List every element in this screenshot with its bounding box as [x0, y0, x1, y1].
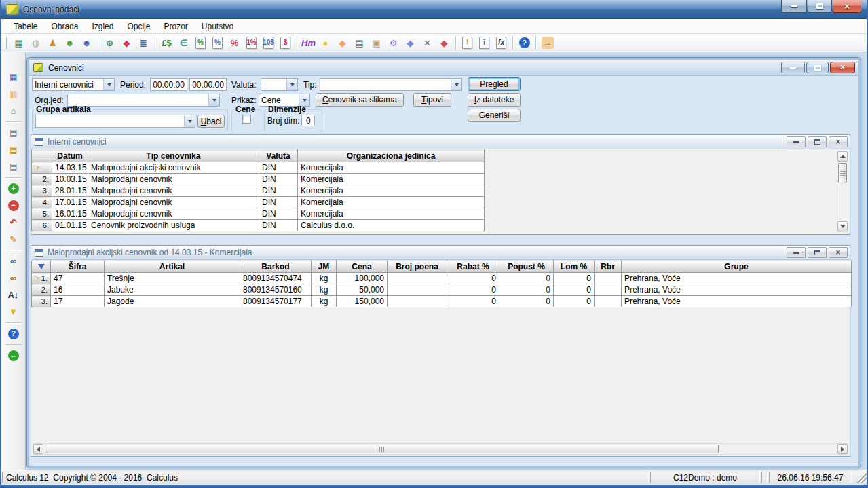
pregled-button[interactable]: Pregled	[468, 77, 521, 91]
edit-record-icon[interactable]: ✎	[5, 231, 22, 248]
scroll-right-button[interactable]	[837, 444, 848, 454]
help-icon[interactable]: ?	[516, 35, 533, 51]
cell[interactable]: 8009134570160	[240, 284, 312, 296]
cell[interactable]: Komercijala	[298, 197, 485, 208]
print-direct-icon[interactable]: ▤	[5, 141, 22, 158]
chevron-down-icon[interactable]	[451, 79, 461, 90]
help-icon[interactable]: ?	[5, 325, 22, 342]
cell[interactable]: 0	[499, 296, 554, 307]
column-header-jm[interactable]: JM	[312, 261, 337, 273]
table-row[interactable]: 6.01.01.15Cenovnik proizvodnih uslugaDIN…	[32, 220, 485, 231]
chevron-down-icon[interactable]	[286, 79, 297, 90]
menu-item-prozor[interactable]: Prozor	[157, 20, 194, 33]
cell[interactable]: Komercijala	[298, 185, 485, 197]
delete-record-icon[interactable]: −	[5, 197, 22, 214]
cell[interactable]: DIN	[259, 174, 298, 185]
interni-titlebar[interactable]: Interni cenovnici ×	[31, 135, 850, 149]
ubaci-button[interactable]: Ubaci	[197, 115, 225, 128]
interni-minimize-button[interactable]	[787, 136, 806, 147]
cell[interactable]: 0	[447, 296, 499, 307]
cell[interactable]: Prehrana, Voće	[622, 284, 852, 296]
table-row[interactable]: 2.10.03.15Maloprodajni cenovnikDINKomerc…	[32, 174, 485, 185]
cell[interactable]: Calculus d.o.o.	[298, 220, 485, 231]
find-next-icon[interactable]: ∞	[5, 269, 22, 286]
save-icon[interactable]: ▦	[5, 69, 22, 86]
cell[interactable]: Cenovnik proizvodnih usluga	[88, 220, 259, 231]
cell[interactable]: 47	[51, 273, 105, 284]
document-formula-icon[interactable]: fx	[493, 35, 510, 51]
row-selector[interactable]: ☞	[32, 162, 52, 174]
scrollbar-thumb[interactable]	[45, 445, 719, 453]
interni-close-button[interactable]: ×	[829, 136, 848, 147]
generisi-button[interactable]: Generiši	[468, 109, 521, 122]
cell[interactable]: 16.01.15	[52, 208, 88, 220]
package-idea-icon[interactable]: ▣	[368, 35, 385, 51]
undo-icon[interactable]: ↶	[5, 214, 22, 231]
cell[interactable]: kg	[312, 284, 337, 296]
percent-doc-blue-icon[interactable]: %	[209, 35, 226, 51]
scrollbar-thumb[interactable]	[838, 163, 847, 183]
cenovnici-titlebar[interactable]: Cenovnici ×	[29, 60, 858, 76]
employee-blue-icon[interactable]: ☻	[78, 35, 95, 51]
cell[interactable]: 16	[51, 284, 105, 296]
cell[interactable]: 14.03.15	[52, 162, 88, 174]
percent-calendar-icon[interactable]: 1%	[243, 35, 260, 51]
iz-datoteke-button[interactable]: Iz datoteke	[468, 93, 521, 107]
column-header--ifra[interactable]: Šifra	[51, 261, 105, 273]
cell[interactable]	[388, 273, 447, 284]
tag-blue-icon[interactable]: ◆	[402, 35, 419, 51]
cell[interactable]: kg	[312, 273, 337, 284]
cell[interactable]: 150,000	[337, 296, 388, 307]
cell[interactable]: DIN	[259, 220, 298, 231]
find-icon[interactable]: ∞	[5, 252, 22, 269]
toolbar-grip[interactable]	[5, 37, 7, 49]
cell[interactable]: 8009134570177	[240, 296, 312, 307]
cell[interactable]: 0	[499, 273, 554, 284]
cell[interactable]: 100,000	[337, 273, 388, 284]
cenovnik-close-button[interactable]: ×	[829, 247, 848, 258]
cell[interactable]: DIN	[259, 162, 298, 174]
document-info-icon[interactable]: i	[476, 35, 493, 51]
resize-grip[interactable]	[853, 472, 867, 483]
scroll-down-button[interactable]	[837, 221, 848, 231]
cell[interactable]: Maloprodajni cenovnik	[88, 208, 259, 220]
table-row[interactable]: 3.28.01.15Maloprodajni cenovnikDINKomerc…	[32, 185, 485, 197]
column-header-valuta[interactable]: Valuta	[259, 150, 298, 162]
distribution-icon[interactable]: ∈	[175, 35, 192, 51]
row-selector[interactable]: 5.	[32, 208, 52, 220]
chevron-down-icon[interactable]	[184, 115, 195, 127]
tipovi-button[interactable]: Tipovi	[413, 93, 451, 107]
filter-icon[interactable]	[38, 264, 45, 269]
cell[interactable]: DIN	[259, 185, 298, 197]
column-header-rbr[interactable]: Rbr	[595, 261, 622, 273]
broj-dim-input[interactable]	[301, 115, 315, 126]
cell[interactable]: 17.01.15	[52, 197, 88, 208]
cell[interactable]: Prehrana, Voće	[622, 296, 852, 307]
calendar-money-icon[interactable]: 10$	[260, 35, 277, 51]
cell[interactable]	[595, 296, 622, 307]
cenovnik-titlebar[interactable]: Maloprodajni akcijski cenovnik od 14.03.…	[31, 246, 850, 260]
tip-combo[interactable]	[320, 78, 462, 91]
maximize-button[interactable]	[808, 0, 832, 13]
column-header-broj-poena[interactable]: Broj poena	[388, 261, 447, 273]
exchange-rate-icon[interactable]: £$	[158, 35, 175, 51]
row-selector[interactable]: 2.	[32, 174, 52, 185]
percent-icon[interactable]: %	[226, 35, 243, 51]
cell[interactable]: Maloprodajni cenovnik	[88, 174, 259, 185]
filter-icon[interactable]: ▼	[5, 303, 22, 320]
globe-icon[interactable]: ⊕	[101, 35, 118, 51]
scroll-up-button[interactable]	[837, 151, 848, 162]
cell[interactable]: Komercijala	[298, 208, 485, 220]
horizontal-scrollbar[interactable]	[33, 443, 848, 455]
cenovnik-maximize-button[interactable]	[808, 247, 827, 258]
row-selector[interactable]: 3.	[32, 185, 52, 197]
back-icon[interactable]: ←	[5, 347, 22, 364]
sort-icon[interactable]: A↓	[5, 286, 22, 303]
cell[interactable]: Maloprodajni akcijski cenovnik	[88, 162, 259, 174]
tag-orange-icon[interactable]: ◆	[334, 35, 351, 51]
menu-item-opcije[interactable]: Opcije	[120, 20, 157, 33]
scroll-left-button[interactable]	[33, 444, 43, 454]
menu-item-uputstvo[interactable]: Uputstvo	[195, 20, 240, 33]
column-header-rabat-[interactable]: Rabat %	[447, 261, 499, 273]
cell[interactable]	[595, 273, 622, 284]
